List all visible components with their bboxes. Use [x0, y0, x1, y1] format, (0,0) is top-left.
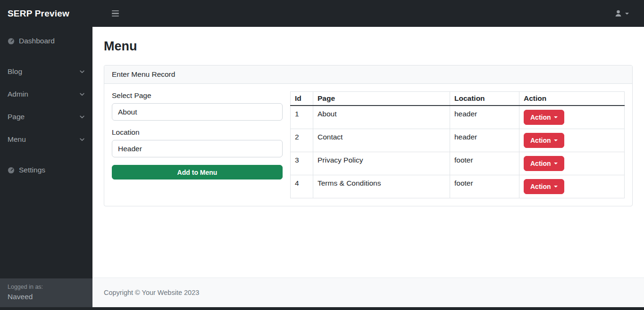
location-input[interactable]	[112, 140, 283, 157]
table-row: 4 Terms & Conditions footer Action	[291, 175, 625, 198]
sidebar-footer: Logged in as: Naveed	[0, 278, 92, 307]
menu-form: Select Page Location Add to Menu	[112, 91, 283, 179]
table-row: 3 Privacy Policy footer Action	[291, 152, 625, 175]
cell-page: Privacy Policy	[313, 152, 450, 175]
sidebar-item-settings[interactable]: Settings	[0, 159, 92, 181]
caret-down-icon	[554, 139, 558, 141]
cell-id: 1	[291, 106, 313, 129]
chevron-down-icon	[79, 69, 85, 74]
menu-icon	[112, 10, 119, 11]
table-row: 1 About header Action	[291, 106, 625, 129]
gauge-icon	[8, 167, 15, 174]
cell-location: footer	[450, 175, 519, 198]
action-dropdown-button[interactable]: Action	[524, 179, 564, 194]
chevron-down-icon	[79, 91, 85, 97]
cell-page: Terms & Conditions	[313, 175, 450, 198]
user-dropdown-toggle[interactable]	[614, 9, 644, 17]
caret-down-icon	[554, 163, 558, 164]
table-row: 2 Contact header Action	[291, 129, 625, 152]
logged-in-username: Naveed	[8, 293, 85, 301]
column-header-action: Action	[519, 92, 625, 106]
action-dropdown-button[interactable]: Action	[524, 110, 564, 125]
sidebar: Dashboard Blog Admin Page	[0, 27, 92, 307]
select-page-label: Select Page	[112, 91, 283, 100]
sidebar-item-dashboard[interactable]: Dashboard	[0, 30, 92, 52]
main-content: Menu Enter Menu Record Select Page Locat…	[92, 27, 644, 307]
column-header-location: Location	[450, 92, 519, 106]
chevron-down-icon	[79, 114, 85, 120]
cell-action: Action	[519, 129, 625, 152]
bottom-strip	[0, 307, 644, 310]
app: SERP Preview Dashboard	[0, 0, 644, 310]
select-page-input[interactable]	[112, 103, 283, 121]
column-header-id: Id	[291, 92, 313, 106]
sidebar-item-blog[interactable]: Blog	[0, 60, 92, 83]
action-dropdown-button[interactable]: Action	[524, 133, 564, 148]
caret-down-icon	[625, 13, 629, 15]
column-header-page: Page	[313, 92, 450, 106]
cell-location: header	[450, 129, 519, 152]
footer: Copyright © Your Website 2023	[92, 277, 644, 307]
menu-record-card: Enter Menu Record Select Page Location A…	[104, 65, 633, 206]
sidebar-item-admin[interactable]: Admin	[0, 83, 92, 106]
caret-down-icon	[554, 116, 558, 118]
logged-in-label: Logged in as:	[8, 284, 85, 290]
sidebar-item-menu[interactable]: Menu	[0, 128, 92, 151]
cell-page: About	[313, 106, 450, 129]
cell-location: header	[450, 106, 519, 129]
cell-action: Action	[519, 175, 625, 198]
gauge-icon	[8, 38, 15, 45]
cell-id: 2	[291, 129, 313, 152]
copyright-text: Copyright © Your Website 2023	[104, 289, 199, 296]
user-icon	[614, 9, 622, 17]
cell-page: Contact	[313, 129, 450, 152]
page-title: Menu	[104, 39, 633, 54]
cell-location: footer	[450, 152, 519, 175]
table-header-row: Id Page Location Action	[291, 92, 625, 106]
cell-action: Action	[519, 152, 625, 175]
cell-id: 3	[291, 152, 313, 175]
cell-id: 4	[291, 175, 313, 198]
menu-table: Id Page Location Action 1 Ab	[290, 91, 625, 198]
cell-action: Action	[519, 106, 625, 129]
top-navbar: SERP Preview	[0, 0, 644, 27]
action-dropdown-button[interactable]: Action	[524, 156, 564, 171]
card-header: Enter Menu Record	[104, 65, 632, 84]
sidebar-item-page[interactable]: Page	[0, 106, 92, 128]
location-label: Location	[112, 128, 283, 137]
chevron-down-icon	[79, 137, 85, 142]
add-to-menu-button[interactable]: Add to Menu	[112, 165, 283, 179]
sidebar-toggle-button[interactable]	[110, 8, 121, 18]
caret-down-icon	[554, 186, 558, 188]
brand[interactable]: SERP Preview	[0, 8, 92, 19]
